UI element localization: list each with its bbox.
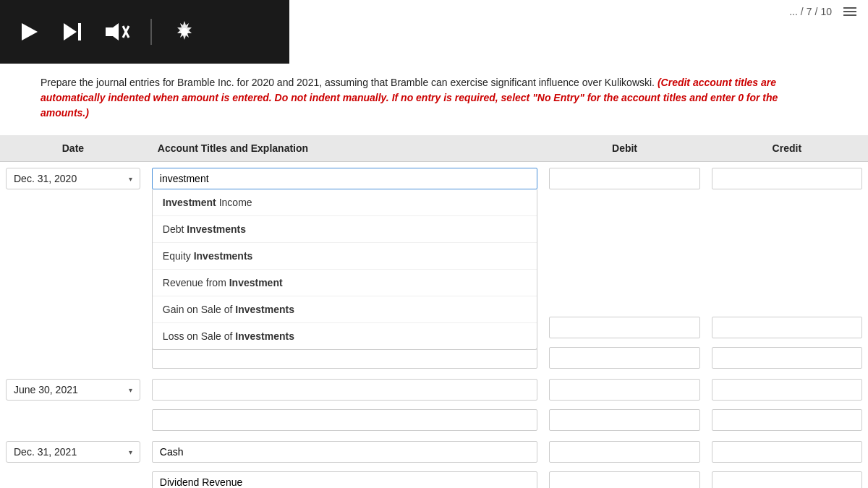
date-value-dec21: Dec. 31, 2021	[14, 446, 77, 458]
account-input-3[interactable]	[152, 347, 538, 369]
journal-table: Date Account Titles and Explanation Debi…	[0, 135, 868, 488]
header-credit: Credit	[706, 135, 868, 162]
svg-marker-1	[64, 23, 77, 40]
svg-rect-2	[78, 23, 81, 40]
pagination-total: 10	[820, 6, 832, 17]
header-account: Account Titles and Explanation	[146, 135, 544, 162]
date-value-jun: June 30, 2021	[14, 384, 78, 395]
skip-button[interactable]	[61, 20, 84, 43]
table-row: June 30, 2021 ▾	[0, 373, 868, 405]
credit-input-7[interactable]	[712, 471, 862, 488]
play-button[interactable]	[17, 20, 41, 43]
account-input-dividend[interactable]	[152, 471, 538, 488]
credit-input-1[interactable]	[712, 168, 862, 189]
credit-input-3[interactable]	[712, 347, 862, 369]
debit-input-4[interactable]	[549, 379, 699, 401]
date-dropdown-dec2021[interactable]: Dec. 31, 2021 ▾	[6, 441, 140, 463]
suggestion-gain-investments[interactable]: Gain on Sale of Investments	[153, 296, 537, 323]
suggestion-loss-investments[interactable]: Loss on Sale of Investments	[153, 323, 537, 349]
suggestion-list: Investment Income Debt Investments Equit…	[152, 189, 538, 350]
pagination-sep2: /	[815, 6, 818, 17]
chevron-down-icon-3: ▾	[129, 448, 132, 456]
pagination-separator: /	[801, 6, 804, 17]
suggestion-revenue-investment[interactable]: Revenue from Investment	[153, 270, 537, 296]
suggestion-investment-income[interactable]: Investment Income	[153, 189, 537, 216]
svg-marker-0	[22, 23, 38, 40]
date-dropdown-jun2021[interactable]: June 30, 2021 ▾	[6, 379, 140, 401]
toolbar	[0, 0, 289, 64]
debit-input-6[interactable]	[549, 441, 699, 463]
header-date: Date	[0, 135, 146, 162]
credit-input-5[interactable]	[712, 409, 862, 431]
mute-button[interactable]	[104, 20, 130, 43]
debit-input-7[interactable]	[549, 471, 699, 488]
debit-input-2[interactable]	[549, 317, 699, 338]
table-row	[0, 467, 868, 488]
instructions: Prepare the journal entries for Bramble …	[0, 64, 868, 129]
account-dropdown-wrapper: Investment Income Debt Investments Equit…	[152, 168, 538, 189]
debit-input-3[interactable]	[549, 347, 699, 369]
svg-marker-3	[106, 23, 119, 40]
account-input-cash[interactable]	[152, 441, 538, 463]
chevron-down-icon: ▾	[129, 175, 132, 183]
suggestion-equity-investments[interactable]: Equity Investments	[153, 243, 537, 270]
credit-input-6[interactable]	[712, 441, 862, 463]
header-debit: Debit	[543, 135, 705, 162]
table-row: Dec. 31, 2020 ▾ Investment Income	[0, 162, 868, 194]
date-value: Dec. 31, 2020	[14, 173, 77, 184]
settings-button[interactable]	[172, 20, 197, 44]
date-dropdown-dec2020[interactable]: Dec. 31, 2020 ▾	[6, 168, 140, 189]
table-row: Dec. 31, 2021 ▾	[0, 435, 868, 467]
pagination-ellipsis: ...	[789, 6, 798, 17]
account-input-5[interactable]	[152, 409, 538, 431]
account-input-4[interactable]	[152, 379, 538, 401]
chevron-down-icon-2: ▾	[129, 386, 132, 394]
table-row	[0, 405, 868, 435]
credit-input-4[interactable]	[712, 379, 862, 401]
account-input-active[interactable]	[152, 168, 538, 189]
menu-icon[interactable]	[843, 7, 856, 16]
instructions-main: Prepare the journal entries for Bramble …	[41, 77, 655, 88]
toolbar-divider	[150, 19, 152, 45]
pagination-current: 7	[807, 6, 812, 17]
credit-input-2[interactable]	[712, 317, 862, 338]
debit-input-5[interactable]	[549, 409, 699, 431]
debit-input-1[interactable]	[549, 168, 699, 189]
suggestion-debt-investments[interactable]: Debt Investments	[153, 216, 537, 243]
